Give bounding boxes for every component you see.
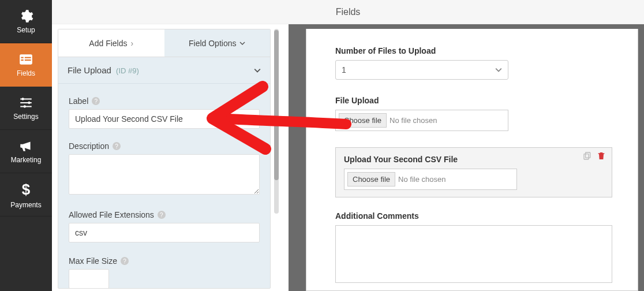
preview-additional-comments[interactable]: Additional Comments bbox=[335, 211, 615, 285]
tab-label: Field Options bbox=[189, 39, 236, 48]
chevron-down-icon bbox=[254, 67, 261, 74]
help-icon[interactable]: ? bbox=[121, 257, 129, 265]
option-label-max-size: Max File Size ? bbox=[69, 256, 260, 266]
help-icon[interactable]: ? bbox=[158, 211, 166, 219]
chevron-down-icon bbox=[495, 66, 502, 73]
svg-rect-4 bbox=[25, 59, 31, 61]
field-name: File Upload bbox=[68, 65, 111, 75]
label-input[interactable] bbox=[69, 109, 260, 129]
preview-file-upload-2-selected[interactable]: Upload Your Second CSV File Choose file … bbox=[335, 147, 612, 197]
number-of-files-select[interactable]: 1 bbox=[335, 60, 508, 80]
sidebar-item-label: Marketing bbox=[11, 156, 42, 164]
duplicate-icon[interactable] bbox=[583, 151, 592, 161]
field-actions bbox=[583, 151, 606, 161]
trash-icon[interactable] bbox=[597, 151, 606, 161]
form-preview: Number of Files to Upload 1 File Upload … bbox=[306, 29, 638, 291]
topbar-title: Fields bbox=[336, 7, 361, 17]
field-id: (ID #9) bbox=[116, 66, 139, 75]
option-label-label: Label ? bbox=[69, 96, 260, 106]
comments-textarea[interactable] bbox=[335, 225, 612, 283]
scrollbar-thumb[interactable] bbox=[274, 30, 279, 180]
sidebar-item-settings[interactable]: Settings bbox=[0, 87, 52, 130]
sidebar-item-payments[interactable]: $ Payments bbox=[0, 173, 52, 217]
dollar-icon: $ bbox=[22, 181, 30, 199]
sidebar-item-fields[interactable]: Fields bbox=[0, 43, 52, 87]
svg-rect-8 bbox=[586, 152, 590, 158]
field-label: File Upload bbox=[335, 96, 615, 105]
sidebar-item-label: Payments bbox=[10, 201, 41, 209]
chevron-right-icon: › bbox=[130, 39, 133, 48]
help-icon[interactable]: ? bbox=[92, 97, 100, 105]
topbar: Fields bbox=[52, 0, 644, 24]
description-input[interactable] bbox=[69, 154, 260, 195]
list-icon bbox=[18, 52, 33, 67]
scrollbar[interactable] bbox=[274, 29, 279, 214]
field-header[interactable]: File Upload (ID #9) bbox=[58, 57, 270, 84]
sidebar-item-label: Setup bbox=[17, 26, 35, 34]
field-options-panel: Add Fields › Field Options File Upload (… bbox=[58, 29, 271, 289]
choose-file-button[interactable]: Choose file bbox=[347, 172, 395, 186]
preview-file-upload-1[interactable]: File Upload Choose file No file chosen bbox=[335, 96, 615, 131]
gear-icon bbox=[18, 9, 33, 24]
option-body: Label ? Description ? Allowed File Exten… bbox=[58, 84, 270, 289]
svg-rect-2 bbox=[25, 57, 31, 58]
file-input-row: Choose file No file chosen bbox=[344, 169, 517, 190]
label-text: Description bbox=[69, 141, 109, 151]
tab-label: Add Fields bbox=[89, 39, 127, 48]
svg-point-7 bbox=[24, 105, 26, 107]
svg-rect-1 bbox=[21, 57, 23, 58]
svg-rect-3 bbox=[21, 59, 23, 61]
preview-number-of-files[interactable]: Number of Files to Upload 1 bbox=[335, 46, 615, 80]
options-tabs: Add Fields › Field Options bbox=[58, 29, 270, 57]
sidebar-item-marketing[interactable]: Marketing bbox=[0, 130, 52, 173]
choose-file-button[interactable]: Choose file bbox=[339, 113, 387, 128]
svg-point-6 bbox=[28, 102, 30, 104]
max-file-size-input[interactable] bbox=[69, 269, 109, 289]
file-name-text: No file chosen bbox=[390, 116, 437, 125]
option-label-description: Description ? bbox=[69, 141, 260, 151]
chevron-down-icon bbox=[239, 40, 245, 46]
field-label: Number of Files to Upload bbox=[335, 46, 615, 55]
label-text: Max File Size bbox=[69, 256, 117, 266]
sidebar-item-label: Settings bbox=[13, 113, 38, 121]
tab-field-options[interactable]: Field Options bbox=[164, 29, 271, 57]
label-text: Label bbox=[69, 96, 88, 106]
file-name-text: No file chosen bbox=[398, 175, 445, 184]
option-label-allowed-ext: Allowed File Extensions ? bbox=[69, 210, 260, 219]
field-label: Additional Comments bbox=[335, 211, 615, 221]
label-text: Allowed File Extensions bbox=[69, 210, 154, 219]
allowed-extensions-input[interactable] bbox=[69, 223, 260, 242]
file-input-row: Choose file No file chosen bbox=[335, 110, 508, 131]
sidebar-item-setup[interactable]: Setup bbox=[0, 0, 52, 43]
svg-rect-9 bbox=[584, 154, 589, 159]
svg-point-5 bbox=[21, 98, 24, 100]
select-value: 1 bbox=[342, 65, 346, 74]
field-title: File Upload (ID #9) bbox=[68, 65, 139, 75]
preview-outer: Number of Files to Upload 1 File Upload … bbox=[289, 24, 644, 291]
app-sidebar: Setup Fields Settings Marketing $ Paymen… bbox=[0, 0, 52, 291]
tab-add-fields[interactable]: Add Fields › bbox=[58, 29, 164, 57]
bullhorn-icon bbox=[18, 139, 33, 154]
help-icon[interactable]: ? bbox=[113, 142, 121, 150]
sidebar-item-label: Fields bbox=[17, 69, 35, 77]
field-label: Upload Your Second CSV File bbox=[344, 155, 604, 164]
sliders-icon bbox=[18, 95, 33, 110]
